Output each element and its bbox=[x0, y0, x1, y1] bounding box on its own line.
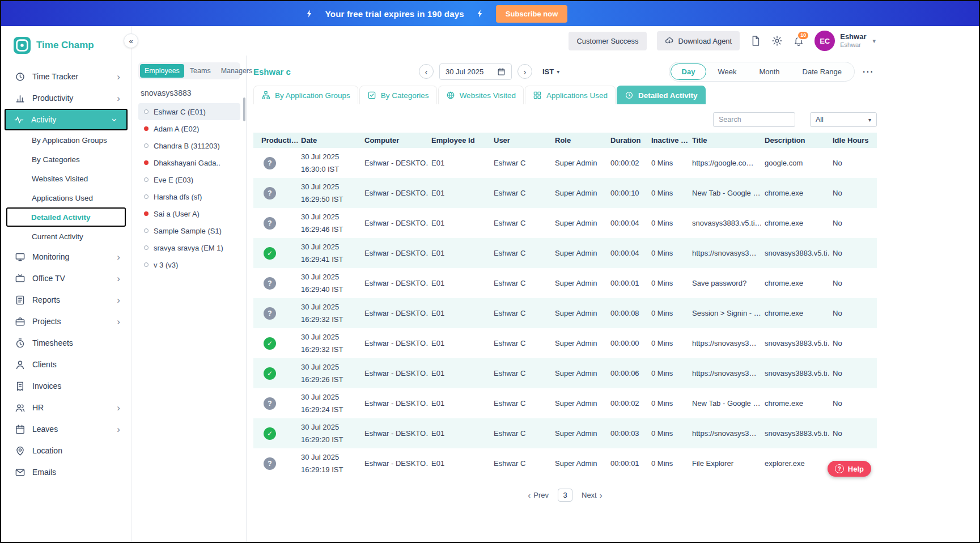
sidebar-item[interactable]: Location bbox=[1, 440, 131, 461]
cell-description: explorer.exe bbox=[761, 459, 829, 468]
employee-list-item[interactable]: Sai a (User A) bbox=[138, 205, 240, 222]
table-row[interactable]: 30 Jul 2025 16:29:46 IST Eshwar - DESKTO… bbox=[253, 208, 877, 238]
date-picker[interactable]: 30 Jul 2025 bbox=[439, 63, 512, 80]
table-column-header[interactable]: Producti… bbox=[253, 136, 298, 145]
table-row[interactable]: 30 Jul 2025 16:29:50 IST Eshwar - DESKTO… bbox=[253, 178, 877, 208]
search-input[interactable] bbox=[719, 116, 790, 124]
chevron-down-icon: ▾ bbox=[872, 37, 876, 45]
document-icon[interactable] bbox=[750, 35, 761, 46]
table-row[interactable]: 30 Jul 2025 16:30:0 IST Eshwar - DESKTO…… bbox=[253, 148, 877, 178]
current-page-input[interactable]: 3 bbox=[558, 489, 572, 502]
employee-list-item[interactable]: sravya sravya (EM 1) bbox=[138, 239, 240, 256]
employee-list-item[interactable]: Eshwar C (E01) bbox=[138, 103, 240, 120]
sidebar-collapse-button[interactable]: « bbox=[124, 33, 138, 48]
activity-tab[interactable]: Websites Visited bbox=[438, 86, 524, 104]
tab-label: Websites Visited bbox=[460, 91, 516, 100]
table-column-header[interactable]: Inactive … bbox=[648, 136, 689, 145]
employee-panel-tab[interactable]: Managers bbox=[217, 64, 257, 78]
settings-gear-icon[interactable] bbox=[771, 35, 783, 46]
table-column-header[interactable]: Date bbox=[298, 136, 361, 145]
table-column-header[interactable]: Description bbox=[761, 136, 829, 145]
sidebar-item[interactable]: Clients bbox=[1, 354, 131, 375]
sidebar-item[interactable]: Time Tracker bbox=[1, 66, 131, 87]
prev-page-button[interactable]: ‹ Prev bbox=[528, 491, 549, 499]
table-column-header[interactable]: Role bbox=[551, 136, 607, 145]
table-row[interactable]: 30 Jul 2025 16:29:41 IST Eshwar - DESKTO… bbox=[253, 238, 877, 268]
sidebar-item[interactable]: Invoices bbox=[1, 375, 131, 397]
view-range-option[interactable]: Week bbox=[706, 63, 748, 80]
sidebar-subitem[interactable]: By Application Groups bbox=[1, 130, 131, 150]
table-column-header[interactable]: Duration bbox=[607, 136, 648, 145]
table-row[interactable]: 30 Jul 2025 16:29:20 IST Eshwar - DESKTO… bbox=[253, 418, 877, 448]
view-range-option[interactable]: Date Range bbox=[791, 63, 853, 80]
employee-list-item[interactable]: v 3 (v3) bbox=[138, 256, 240, 273]
activity-tab[interactable]: By Application Groups bbox=[253, 86, 358, 104]
sidebar-subitem[interactable]: By Categories bbox=[1, 150, 131, 169]
activity-tab[interactable]: By Categories bbox=[359, 86, 437, 104]
customer-success-button[interactable]: Customer Success bbox=[569, 32, 646, 50]
sidebar-item[interactable]: HR bbox=[1, 397, 131, 418]
employee-list-scrollbar[interactable] bbox=[243, 97, 245, 121]
table-row[interactable]: 30 Jul 2025 16:29:40 IST Eshwar - DESKTO… bbox=[253, 268, 877, 298]
chevron-down-icon: ▾ bbox=[868, 117, 871, 123]
next-date-button[interactable]: › bbox=[517, 64, 532, 79]
employee-list-item[interactable]: Harsha dfs (sf) bbox=[138, 188, 240, 205]
tab-label: Detailed Activity bbox=[638, 91, 698, 100]
table-row[interactable]: 30 Jul 2025 16:29:19 IST Eshwar - DESKTO… bbox=[253, 448, 877, 478]
sidebar-item[interactable]: Timesheets bbox=[1, 332, 131, 354]
cell-user: Eshwar C bbox=[490, 279, 551, 287]
help-button[interactable]: ? Help bbox=[828, 461, 871, 477]
table-row[interactable]: 30 Jul 2025 16:29:32 IST Eshwar - DESKTO… bbox=[253, 298, 877, 328]
view-range-option[interactable]: Day bbox=[671, 63, 707, 80]
sidebar-item[interactable]: Office TV bbox=[1, 268, 131, 289]
user-menu[interactable]: EC Eshwar Eshwar ▾ bbox=[814, 31, 876, 51]
cell-date: 30 Jul 2025 16:29:32 IST bbox=[298, 331, 361, 355]
tab-label: By Application Groups bbox=[275, 91, 350, 100]
column-filter-select[interactable]: All ▾ bbox=[810, 112, 877, 127]
sidebar-subitem[interactable]: Applications Used bbox=[1, 188, 131, 207]
view-range-option[interactable]: Month bbox=[748, 63, 791, 80]
activity-tab[interactable]: Applications Used bbox=[525, 86, 616, 104]
table-column-header[interactable]: User bbox=[490, 136, 551, 145]
employee-list-item[interactable]: Chandra B (311203) bbox=[138, 137, 240, 154]
table-row[interactable]: 30 Jul 2025 16:29:26 IST Eshwar - DESKTO… bbox=[253, 358, 877, 388]
prev-date-button[interactable]: ‹ bbox=[419, 64, 434, 79]
employee-list-item[interactable]: Sample Sample (S1) bbox=[138, 222, 240, 239]
sidebar-item[interactable]: Leaves bbox=[1, 418, 131, 440]
sidebar-item[interactable]: Monitoring bbox=[1, 246, 131, 268]
chevron-icon bbox=[115, 295, 122, 305]
sidebar-item[interactable]: Emails bbox=[1, 461, 131, 483]
table-column-header[interactable]: Employee Id bbox=[428, 136, 490, 145]
table-column-header[interactable]: Computer bbox=[361, 136, 428, 145]
status-dot-icon bbox=[144, 194, 149, 199]
timezone-select[interactable]: IST ▾ bbox=[542, 67, 559, 76]
employee-group-name[interactable]: snovasys3883 bbox=[141, 88, 240, 97]
cell-date: 30 Jul 2025 16:30:0 IST bbox=[298, 151, 361, 175]
cell-description: chrome.exe bbox=[761, 309, 829, 317]
notifications-button[interactable]: 10 bbox=[793, 35, 804, 46]
sidebar-subitem[interactable]: Current Activity bbox=[1, 227, 131, 246]
next-page-button[interactable]: Next › bbox=[582, 491, 603, 499]
employee-panel-tab[interactable]: Employees bbox=[140, 64, 184, 78]
table-row[interactable]: 30 Jul 2025 16:29:24 IST Eshwar - DESKTO… bbox=[253, 388, 877, 418]
sidebar-subitem[interactable]: Websites Visited bbox=[1, 169, 131, 188]
cell-description: chrome.exe bbox=[761, 189, 829, 197]
table-row[interactable]: 30 Jul 2025 16:29:32 IST Eshwar - DESKTO… bbox=[253, 328, 877, 358]
status-dot-icon bbox=[144, 126, 149, 131]
more-options-icon[interactable]: ⋯ bbox=[862, 66, 873, 77]
activity-tab[interactable]: Detailed Activity bbox=[617, 86, 706, 104]
employee-panel-tab[interactable]: Teams bbox=[185, 64, 215, 78]
table-column-header[interactable]: Idle Hours bbox=[829, 136, 877, 145]
download-agent-button[interactable]: Download Agent bbox=[657, 31, 740, 50]
sidebar-item[interactable]: Activity bbox=[5, 109, 128, 130]
cell-description: chrome.exe bbox=[761, 219, 829, 227]
sidebar-item[interactable]: Reports bbox=[1, 289, 131, 311]
subscribe-now-button[interactable]: Subscribe now bbox=[496, 5, 567, 23]
sidebar-item[interactable]: Projects bbox=[1, 311, 131, 332]
employee-list-item[interactable]: Dhakshayani Gada.. bbox=[138, 154, 240, 171]
sidebar-item[interactable]: Productivity bbox=[1, 87, 131, 109]
employee-list-item[interactable]: Eve E (E03) bbox=[138, 171, 240, 188]
sidebar-subitem[interactable]: Detailed Activity bbox=[6, 207, 126, 227]
employee-list-item[interactable]: Adam A (E02) bbox=[138, 120, 240, 137]
table-column-header[interactable]: Title bbox=[689, 136, 761, 145]
